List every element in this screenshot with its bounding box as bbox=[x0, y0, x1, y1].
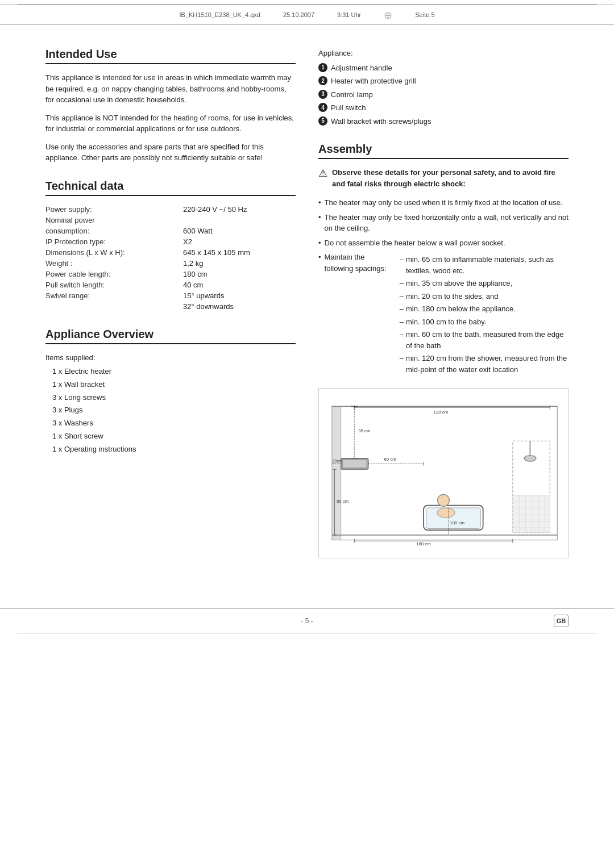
footer-right: GB bbox=[394, 615, 569, 627]
technical-data-section: Technical data Power supply:220-240 V ~/… bbox=[45, 180, 296, 312]
part-label: Heater with protective grill bbox=[331, 76, 416, 87]
sub-list: min. 65 cm to inflammable materials, suc… bbox=[400, 254, 569, 377]
tech-table-row: Power supply:220-240 V ~/ 50 Hz bbox=[45, 204, 296, 215]
items-list: 1 x Electric heater1 x Wall bracket3 x L… bbox=[52, 365, 296, 456]
tech-label: IP Protection type: bbox=[45, 236, 183, 247]
svg-rect-5 bbox=[342, 460, 367, 468]
appliance-part-item: 4Pull switch bbox=[318, 102, 569, 114]
list-item: 3 x Long screws bbox=[52, 391, 296, 404]
svg-point-12 bbox=[524, 456, 536, 461]
svg-rect-13 bbox=[513, 495, 550, 532]
svg-text:35 cm: 35 cm bbox=[358, 428, 370, 433]
tech-table-row: IP Protection type:X2 bbox=[45, 236, 296, 247]
tech-label: Dimensions (L x W x H): bbox=[45, 247, 183, 258]
appliance-part-item: 1Adjustment handle bbox=[318, 62, 569, 74]
sub-list-item: min. 100 cm to the baby. bbox=[400, 316, 569, 328]
part-number: 5 bbox=[318, 116, 327, 126]
tech-value: 15° upwards bbox=[183, 290, 296, 301]
part-label: Pull switch bbox=[331, 102, 366, 114]
tech-table-row: Weight :1,2 kg bbox=[45, 258, 296, 269]
tech-label: consumption: bbox=[45, 226, 183, 236]
part-number: 4 bbox=[318, 103, 327, 112]
sub-list-item: min. 180 cm below the appliance. bbox=[400, 303, 569, 315]
assembly-section: Assembly ⚠ Observe these details for you… bbox=[318, 143, 569, 558]
appliance-parts-section: Appliance: 1Adjustment handle2Heater wit… bbox=[318, 48, 569, 127]
crosshair-icon: ⊕ bbox=[384, 9, 392, 22]
tech-value: 220-240 V ~/ 50 Hz bbox=[183, 204, 296, 215]
tech-value bbox=[183, 215, 296, 226]
list-item: 3 x Washers bbox=[52, 417, 296, 430]
list-item: 3 x Plugs bbox=[52, 404, 296, 417]
assembly-bullets: The heater may only be used when it is f… bbox=[318, 197, 569, 377]
tech-value: 600 Watt bbox=[183, 226, 296, 236]
tech-value: 180 cm bbox=[183, 269, 296, 279]
appliance-part-item: 2Heater with protective grill bbox=[318, 76, 569, 87]
sub-list-item: min. 120 cm from the shower, measured fr… bbox=[400, 353, 569, 375]
appliance-overview-section: Appliance Overview Items supplied: 1 x E… bbox=[45, 328, 296, 456]
tech-table-row: Swivel range:15° upwards bbox=[45, 290, 296, 301]
list-item: 1 x Short screw bbox=[52, 430, 296, 443]
assembly-bullet: The heater may only be used when it is f… bbox=[318, 197, 569, 208]
main-content: Intended Use This appliance is intended … bbox=[0, 25, 614, 608]
appliance-label: Appliance: bbox=[318, 48, 569, 59]
svg-text:100 cm: 100 cm bbox=[450, 520, 464, 525]
assembly-bullet: Maintain the following spacings:min. 65 … bbox=[318, 252, 569, 377]
header-filename: IB_KH1510_E238_UK_4.qxd bbox=[179, 11, 260, 18]
footer-bar: - 5 - GB bbox=[0, 608, 614, 633]
assembly-bullet: The heater may only be fixed horizontall… bbox=[318, 212, 569, 234]
list-item: 1 x Wall bracket bbox=[52, 378, 296, 391]
svg-text:120 cm: 120 cm bbox=[434, 410, 449, 415]
assembly-warning: ⚠ Observe these details for your persona… bbox=[318, 167, 569, 189]
part-label: Wall bracket with screws/plugs bbox=[331, 116, 432, 127]
tech-value: X2 bbox=[183, 236, 296, 247]
technical-data-table: Power supply:220-240 V ~/ 50 HzNominal p… bbox=[45, 204, 296, 312]
list-item: 1 x Operating instructions bbox=[52, 443, 296, 456]
tech-table-row: Power cable length:180 cm bbox=[45, 269, 296, 279]
tech-value: 40 cm bbox=[183, 279, 296, 290]
page: IB_KH1510_E238_UK_4.qxd 25.10.2007 9:31 … bbox=[0, 0, 614, 868]
svg-text:20cm: 20cm bbox=[333, 459, 342, 463]
svg-rect-1 bbox=[332, 406, 341, 540]
tech-label: Weight : bbox=[45, 258, 183, 269]
tech-label: Power cable length: bbox=[45, 269, 183, 279]
warning-icon: ⚠ bbox=[318, 167, 327, 180]
sub-list-item: min. 65 cm to inflammable materials, suc… bbox=[400, 254, 569, 276]
svg-text:65 cm: 65 cm bbox=[337, 499, 349, 504]
part-number: 1 bbox=[318, 63, 327, 72]
intended-use-para-1: This appliance is intended for use in ar… bbox=[45, 72, 296, 106]
intended-use-para-3: Use only the accessories and spare parts… bbox=[45, 141, 296, 164]
svg-point-8 bbox=[438, 494, 450, 506]
svg-text:60 cm: 60 cm bbox=[384, 457, 396, 462]
assembly-diagram-svg: 35 cm 120 cm 20cm 60 cm bbox=[325, 394, 562, 552]
page-number: - 5 - bbox=[220, 617, 395, 625]
items-supplied-label: Items supplied: bbox=[45, 352, 296, 364]
assembly-title: Assembly bbox=[318, 143, 569, 159]
tech-label: Power supply: bbox=[45, 204, 183, 215]
bullet-text: Do not assemble the heater below a wall … bbox=[325, 237, 505, 249]
header-date: 25.10.2007 bbox=[283, 11, 314, 18]
tech-table-row: Pull switch length:40 cm bbox=[45, 279, 296, 290]
list-item: 1 x Electric heater bbox=[52, 365, 296, 378]
tech-table-row: 32° downwards bbox=[45, 301, 296, 312]
tech-label bbox=[45, 301, 183, 312]
sub-list-item: min. 20 cm to the sides, and bbox=[400, 291, 569, 302]
appliance-parts-list: 1Adjustment handle2Heater with protectiv… bbox=[318, 62, 569, 127]
tech-table-row: consumption:600 Watt bbox=[45, 226, 296, 236]
gb-badge: GB bbox=[554, 615, 569, 627]
svg-point-9 bbox=[437, 508, 455, 518]
svg-text:180 cm: 180 cm bbox=[416, 541, 431, 546]
assembly-warning-text: Observe these details for your personal … bbox=[332, 167, 569, 189]
intended-use-section: Intended Use This appliance is intended … bbox=[45, 48, 296, 164]
tech-table-row: Nominal power bbox=[45, 215, 296, 226]
tech-label: Pull switch length: bbox=[45, 279, 183, 290]
part-label: Adjustment handle bbox=[331, 62, 392, 74]
technical-data-title: Technical data bbox=[45, 180, 296, 196]
appliance-part-item: 3Control lamp bbox=[318, 89, 569, 101]
header-page: Seite 5 bbox=[415, 11, 434, 18]
part-number: 2 bbox=[318, 76, 327, 85]
bullet-text: Maintain the following spacings: bbox=[325, 252, 387, 274]
part-number: 3 bbox=[318, 90, 327, 99]
tech-value: 645 x 145 x 105 mm bbox=[183, 247, 296, 258]
tech-label: Swivel range: bbox=[45, 290, 183, 301]
appliance-overview-title: Appliance Overview bbox=[45, 328, 296, 344]
